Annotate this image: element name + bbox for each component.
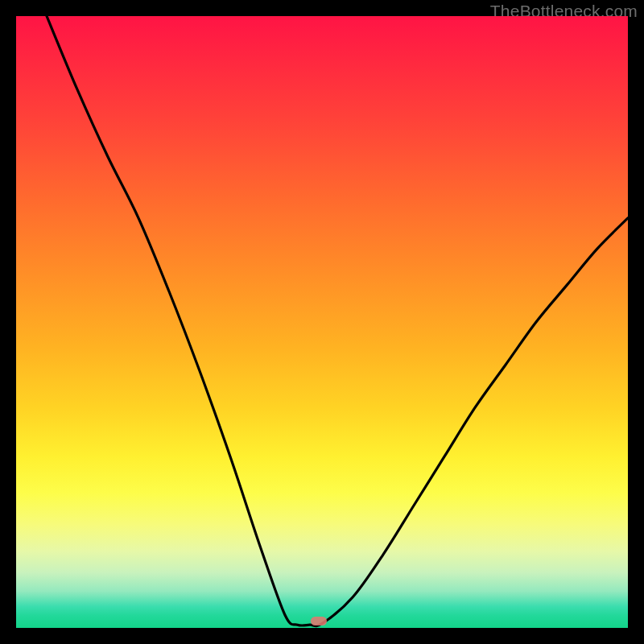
optimum-marker bbox=[311, 617, 327, 625]
bottleneck-curve-svg bbox=[16, 16, 628, 628]
bottleneck-curve-path bbox=[47, 16, 628, 626]
chart-container bbox=[16, 16, 628, 628]
